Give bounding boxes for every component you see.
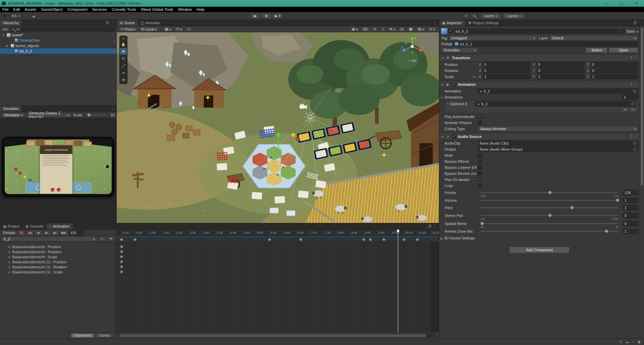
scale-z-field[interactable]: 1 (591, 74, 638, 79)
element-clip-field[interactable]: ▲ 6_3 ⊙ (476, 101, 636, 107)
open-prefab-arrow-icon[interactable]: › (114, 49, 115, 53)
tab-project[interactable]: ▤Project (0, 223, 23, 229)
layers-dropdown[interactable]: Layers (480, 13, 501, 19)
3d-sound-settings-row[interactable]: 3D Sound Settings (439, 235, 640, 241)
hierarchy-row-scene-objects[interactable]: ▶ scene_objects (0, 43, 116, 48)
tab-inspector[interactable]: ◉Inspector (439, 20, 465, 26)
menu-item[interactable]: Edit (11, 7, 23, 12)
list-remove-button[interactable]: − (629, 107, 637, 112)
menu-item[interactable]: Assets (22, 7, 39, 12)
scale-link-icon[interactable]: ∞ (473, 75, 477, 79)
device-dropdown[interactable]: Samsung Galaxy Z Flip3 5G (27, 113, 71, 117)
scene-3d-viewport[interactable] (117, 32, 439, 223)
tab-console[interactable]: ≣Console (23, 223, 47, 229)
rotate-tool-button[interactable]: ↻ (120, 55, 127, 62)
scene-orientation-gizmo[interactable]: y x z ≡Iso (401, 35, 424, 64)
rotation-x-field[interactable]: 0 (483, 68, 530, 73)
scale-y-field[interactable]: 1 (536, 74, 584, 79)
hierarchy-row-scene[interactable]: ▼ scene* (0, 32, 116, 38)
animated-property-row[interactable]: Baukostenübersicht (1) : Position (0, 259, 116, 264)
spatial-blend-value-field[interactable]: 0 (623, 221, 638, 226)
move-tool-button[interactable]: ✛ (120, 48, 127, 55)
notification-bell-icon[interactable]: ◔ (632, 340, 634, 344)
menu-item[interactable]: Window (176, 7, 194, 12)
transform-tool-button[interactable]: ⊕ (120, 76, 127, 83)
last-key-button[interactable]: ▶▶| (60, 230, 68, 235)
handle-orientation-dropdown[interactable]: ⊕Local (139, 27, 158, 32)
audio-source-component-header[interactable]: Audio Source (439, 133, 640, 140)
curves-button[interactable]: Curves (95, 333, 113, 338)
animation-clip-field[interactable]: ▲ 6_3 ⊙ (478, 88, 638, 94)
dopesheet-area[interactable] (116, 242, 439, 332)
kebab-menu-icon[interactable] (634, 82, 638, 87)
help-icon[interactable] (630, 135, 632, 139)
lock-icon[interactable] (106, 22, 109, 24)
play-animation-button[interactable]: ▶ (43, 230, 50, 235)
name-field[interactable]: tut_6_3 (454, 29, 619, 34)
hierarchy-search-input[interactable]: All (10, 27, 115, 32)
slider-thumb[interactable] (481, 222, 484, 225)
mute-checkbox[interactable] (478, 153, 482, 157)
undo-history-icon[interactable]: ↺ (464, 14, 467, 18)
menu-item[interactable]: (New) Global Tools (139, 7, 176, 12)
kebab-menu-icon[interactable] (112, 33, 115, 37)
output-field[interactable]: None (Audio Mixer Group) ⊙ (478, 147, 638, 152)
gizmos-dropdown[interactable]: ⊕ (427, 27, 437, 32)
kebab-menu-icon[interactable] (111, 107, 114, 111)
open-button[interactable]: Open (609, 47, 638, 53)
slider-thumb[interactable] (548, 191, 552, 194)
animated-property-row[interactable]: Baukostenübersicht (1) : Scale (0, 269, 116, 274)
device-preview[interactable]: Längste Handelsroute (5, 140, 112, 194)
rotation-z-field[interactable]: 0 (591, 68, 638, 73)
priority-slider[interactable]: High Low (481, 192, 619, 193)
dopesheet-button[interactable]: Dopesheet (71, 333, 94, 338)
timeline-ruler[interactable]: 0:000:301:001:302:002:303:003:304:004:30… (116, 230, 439, 236)
account-dropdown[interactable]: KS (9, 13, 22, 19)
layer-dropdown[interactable]: Default (550, 35, 638, 41)
kebab-menu-icon[interactable] (634, 135, 638, 139)
progress-status-icon[interactable]: ▣ (638, 340, 641, 344)
animated-property-row[interactable]: Baukostenübersicht : Rotation (0, 249, 116, 254)
kebab-menu-icon[interactable] (111, 21, 114, 25)
bypass-listener-checkbox[interactable] (478, 165, 482, 169)
object-picker-icon[interactable]: ⊙ (633, 142, 637, 145)
play-automatically-checkbox[interactable] (478, 115, 482, 119)
animate-physics-checkbox[interactable] (478, 121, 482, 125)
current-frame-field[interactable]: 616 (69, 230, 84, 235)
animated-property-row[interactable]: Baukostenübersicht : Position (0, 244, 116, 249)
list-add-button[interactable]: + (621, 107, 629, 112)
animations-size-field[interactable]: 1 (622, 94, 638, 100)
priority-value-field[interactable]: 128 (623, 190, 638, 195)
hierarchy-row-tut-6-3[interactable]: tut_6_3 › (0, 48, 116, 54)
spatial-blend-slider[interactable]: 2D 3D (481, 223, 619, 224)
component-enabled-checkbox[interactable] (452, 135, 456, 139)
preview-toggle[interactable]: Preview (1, 230, 17, 235)
tab-scene[interactable]: ⊞Scene (117, 20, 138, 26)
select-button[interactable]: Select (586, 47, 607, 53)
component-filter-button[interactable]: ▣ (407, 27, 414, 32)
tab-project-settings[interactable]: ⚙Project Settings (465, 20, 502, 26)
visibility-toggle[interactable]: ◎ (398, 27, 406, 32)
scrollbar-thumb[interactable] (120, 334, 426, 337)
tab-hierarchy[interactable]: Hierarchy (0, 20, 22, 26)
position-y-field[interactable]: 0 (536, 62, 584, 67)
kebab-menu-icon[interactable] (433, 21, 437, 25)
layout-dropdown[interactable]: Layout (503, 13, 525, 19)
help-icon[interactable] (630, 82, 632, 86)
help-icon[interactable] (630, 56, 632, 60)
menu-item[interactable]: File (0, 7, 11, 12)
keyframe-diamond[interactable] (120, 238, 123, 241)
foldout-open-icon[interactable] (441, 82, 444, 86)
add-event-button[interactable]: ⚑ (107, 236, 115, 241)
menu-item[interactable]: Services (90, 7, 109, 12)
cloud-status-icon[interactable]: ☁ (626, 340, 629, 344)
object-picker-icon[interactable]: ⊙ (631, 102, 635, 106)
clip-dropdown[interactable]: 6_3 (1, 236, 97, 241)
snap-increment-button[interactable]: ⊹ (185, 27, 192, 32)
audioclip-field[interactable]: None (Audio Clip) ⊙ (478, 141, 638, 146)
kebab-menu-icon[interactable] (638, 21, 642, 25)
volume-slider[interactable] (481, 200, 619, 201)
kebab-menu-icon[interactable] (433, 224, 437, 229)
view-tool-button[interactable]: ✋ (120, 41, 127, 48)
slider-thumb[interactable] (605, 230, 608, 233)
